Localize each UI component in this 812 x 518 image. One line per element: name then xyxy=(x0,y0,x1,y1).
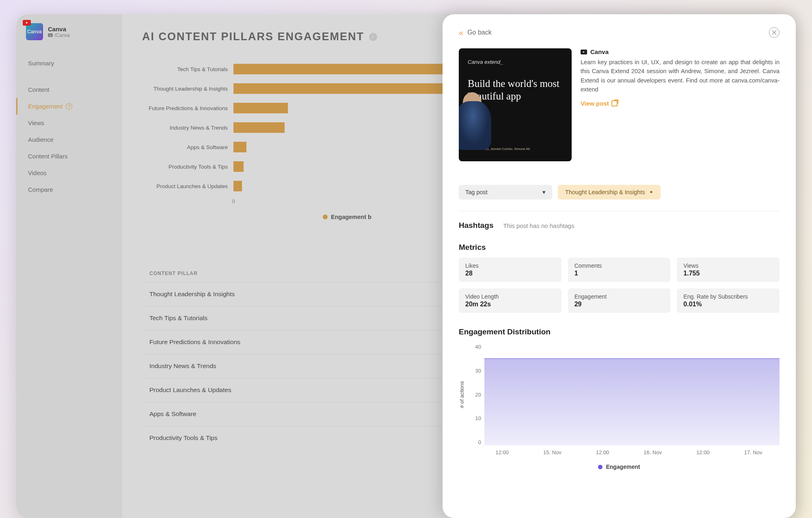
metric-card: Views1.755 xyxy=(677,258,780,282)
legend-dot-icon xyxy=(598,465,603,469)
chevron-left-icon: « xyxy=(459,28,463,37)
bar-fill xyxy=(233,142,246,152)
thumb-title: Build the world's most beautiful app xyxy=(468,77,563,103)
sidebar-item-content-pillars[interactable]: Content Pillars xyxy=(16,148,121,165)
dist-legend: Engagement xyxy=(459,464,780,470)
close-button[interactable] xyxy=(769,27,780,38)
legend-dot-icon xyxy=(323,215,328,219)
metric-card: Comments1 xyxy=(568,258,671,282)
brand-logo-text: Canva xyxy=(27,29,42,35)
view-post-link[interactable]: View post xyxy=(581,100,618,107)
youtube-icon xyxy=(48,33,53,37)
go-back-button[interactable]: « Go back xyxy=(459,28,492,37)
bar-label: Product Launches & Updates xyxy=(142,183,233,189)
info-icon[interactable]: i xyxy=(369,33,377,41)
metric-value: 28 xyxy=(465,270,555,277)
metric-label: Video Length xyxy=(465,293,555,300)
hashtags-empty-text: This post has no hashtags xyxy=(503,222,574,229)
metric-value: 1.755 xyxy=(683,270,773,277)
dist-area-fill xyxy=(484,358,780,445)
post-thumbnail[interactable]: Canva extend_ Build the world's most bea… xyxy=(459,48,572,161)
metric-label: Views xyxy=(683,262,773,269)
metric-value: 29 xyxy=(574,301,664,308)
metrics-grid: Likes28Comments1Views1.755Video Length20… xyxy=(459,258,780,313)
help-icon[interactable]: ? xyxy=(66,103,72,110)
bar-label: Industry News & Trends xyxy=(142,125,233,131)
thumb-logo: Canva extend_ xyxy=(468,59,563,65)
engagement-distribution-chart: # of actions 403020100 xyxy=(459,344,780,445)
metric-value: 0.01% xyxy=(683,301,773,308)
sidebar-item-audience[interactable]: Audience xyxy=(16,131,121,148)
tag-pill[interactable]: Thought Leadership & Insights ✦ xyxy=(558,185,661,199)
post-description: Learn key practices in UI, UX, and desig… xyxy=(581,58,780,94)
sidebar: Canva Canva /Canva Summary Content Engag… xyxy=(16,14,122,518)
caret-down-icon: ▾ xyxy=(542,189,546,195)
dist-x-axis: 12:0015. Nov12:0016. Nov12:0017. Nov xyxy=(478,449,780,455)
sparkle-icon: ✦ xyxy=(649,189,653,195)
brand-logo: Canva xyxy=(26,23,43,40)
metric-value: 20m 22s xyxy=(465,301,555,308)
bar-fill xyxy=(233,181,242,191)
brand-handle: /Canva xyxy=(48,33,70,38)
metrics-heading: Metrics xyxy=(459,243,780,252)
external-link-icon xyxy=(611,100,618,106)
close-icon xyxy=(772,30,777,35)
dist-plot-area xyxy=(484,344,780,445)
metric-label: Eng. Rate by Subscribers xyxy=(683,293,773,300)
metric-card: Eng. Rate by Subscribers0.01% xyxy=(677,288,780,313)
metric-label: Engagement xyxy=(574,293,664,300)
youtube-badge-icon xyxy=(23,20,31,26)
bar-label: Apps & Software xyxy=(142,144,233,150)
brand-name: Canva xyxy=(48,26,70,33)
bar-label: Tech Tips & Tutorials xyxy=(142,66,233,72)
engagement-distribution-heading: Engagement Distribution xyxy=(459,327,780,336)
metric-value: 1 xyxy=(574,270,664,277)
metric-card: Engagement29 xyxy=(568,288,671,313)
sidebar-item-views[interactable]: Views xyxy=(16,115,121,131)
tag-post-select[interactable]: Tag post ▾ xyxy=(459,185,552,199)
hashtags-heading: Hashtags xyxy=(459,221,494,230)
bar-label: Productivity Tools & Tips xyxy=(142,164,233,170)
metric-card: Likes28 xyxy=(459,258,561,282)
sidebar-item-content[interactable]: Content xyxy=(16,81,121,98)
brand-block: Canva Canva /Canva xyxy=(16,23,121,50)
dist-y-axis: 403020100 xyxy=(467,344,481,445)
dist-y-axis-label: # of actions xyxy=(459,381,465,408)
sidebar-item-engagement[interactable]: Engagement ? xyxy=(16,98,121,115)
post-channel: Canva xyxy=(581,48,780,55)
bar-fill xyxy=(233,83,473,94)
bar-label: Thought Leadership & Insights xyxy=(142,86,233,92)
sidebar-item-videos[interactable]: Videos xyxy=(16,165,121,181)
bar-fill xyxy=(233,122,285,133)
metric-label: Comments xyxy=(574,262,664,269)
sidebar-item-compare[interactable]: Compare xyxy=(16,181,121,198)
bar-label: Future Predictions & Innovations xyxy=(142,105,233,111)
youtube-icon xyxy=(581,50,587,54)
bar-fill xyxy=(233,161,244,172)
post-detail-panel: « Go back Canva extend_ Build the world'… xyxy=(443,14,796,518)
bar-fill xyxy=(233,103,288,113)
sidebar-item-summary[interactable]: Summary xyxy=(16,55,121,72)
metric-card: Video Length20m 22s xyxy=(459,288,561,313)
metric-label: Likes xyxy=(465,262,555,269)
